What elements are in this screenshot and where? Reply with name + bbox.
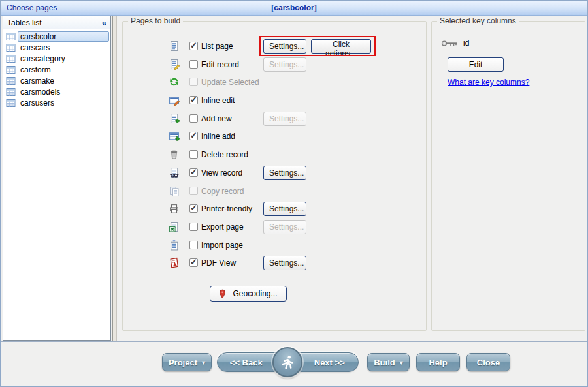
build-label: Build: [374, 358, 395, 367]
project-menu-button[interactable]: Project ▾: [162, 353, 212, 371]
tables-list-header: Tables list «: [3, 16, 110, 29]
table-name: carsbcolor: [18, 31, 109, 42]
page-row-update-selected: Update Selected: [123, 73, 426, 91]
choose-pages-dialog: Choose pages [carsbcolor] Tables list « …: [0, 0, 588, 387]
page-label: Printer-friendly: [201, 204, 252, 213]
delete-record-icon: [169, 149, 180, 160]
import-page-checkbox[interactable]: [189, 241, 198, 249]
sidebar-item-carsusers[interactable]: carsusers: [3, 97, 110, 108]
edit-key-columns-button[interactable]: Edit: [448, 57, 504, 72]
page-row-printer-friendly: Printer-friendlySettings...: [123, 200, 426, 218]
sidebar-item-carscategory[interactable]: carscategory: [3, 53, 110, 64]
page-label: List page: [201, 42, 233, 51]
page-row-add-new: Add newSettings...: [123, 110, 426, 128]
page-label: View record: [201, 168, 242, 178]
table-icon: [6, 77, 16, 85]
sidebar-item-carsform[interactable]: carsform: [3, 64, 110, 75]
list-page-checkbox[interactable]: [189, 42, 198, 50]
page-label: Delete record: [201, 150, 248, 159]
view-record-checkbox[interactable]: [189, 168, 198, 177]
table-icon: [6, 55, 16, 63]
page-row-edit-record: Edit recordSettings...: [123, 55, 426, 74]
click-actions--button[interactable]: Click actions...: [311, 39, 371, 54]
settings--button[interactable]: Settings...: [263, 256, 306, 270]
table-title: [carsbcolor]: [1, 3, 587, 12]
sidebar-item-carsbcolor[interactable]: carsbcolor: [3, 31, 110, 42]
tables-list-label: Tables list: [7, 18, 102, 27]
key-columns-group-label: Selected key columns: [437, 16, 519, 25]
table-icon: [6, 88, 16, 96]
export-page-checkbox[interactable]: [189, 223, 198, 231]
key-icon: [441, 39, 458, 48]
page-rows: List pageSettings...Click actions...Edit…: [123, 37, 426, 272]
page-row-list-page: List pageSettings...Click actions...: [123, 37, 426, 55]
inline-edit-checkbox[interactable]: [189, 96, 198, 104]
geocoding-label: Geocoding...: [233, 289, 277, 298]
page-row-inline-edit: Inline edit: [123, 91, 426, 110]
page-row-import-page: Import page: [123, 236, 426, 255]
page-label: Import page: [201, 241, 243, 250]
sidebar-item-carsmodels[interactable]: carsmodels: [3, 86, 110, 97]
table-name: carsmake: [18, 76, 109, 86]
collapse-sidebar-icon[interactable]: «: [102, 18, 106, 27]
delete-record-checkbox[interactable]: [189, 150, 198, 159]
build-menu-button[interactable]: Build ▾: [367, 353, 410, 371]
page-label: Add new: [201, 114, 232, 123]
edit-record-icon: [169, 59, 180, 70]
geocoding-button[interactable]: Geocoding...: [210, 286, 287, 302]
page-label: Edit record: [201, 60, 239, 69]
settings--button[interactable]: Settings...: [263, 166, 306, 180]
settings--button: Settings...: [263, 112, 306, 126]
key-columns-help-link[interactable]: What are key columns?: [448, 78, 529, 87]
key-columns-group: Selected key columns id Edit What are ke…: [431, 21, 585, 331]
printer-friendly-icon: [169, 203, 180, 214]
table-icon: [6, 99, 16, 107]
page-label: Inline edit: [201, 96, 235, 105]
caret-down-icon: ▾: [400, 359, 403, 366]
page-label: Copy record: [201, 187, 244, 196]
copy-record-checkbox: [189, 187, 198, 195]
add-new-checkbox[interactable]: [189, 114, 198, 123]
inline-add-icon: [169, 131, 180, 142]
edit-record-checkbox[interactable]: [189, 60, 198, 69]
page-row-copy-record: Copy record: [123, 182, 426, 200]
sidebar-item-carsmake[interactable]: carsmake: [3, 75, 110, 86]
key-column-row: id: [441, 39, 469, 48]
table-name: carsform: [18, 65, 109, 75]
key-column-name: id: [463, 39, 469, 48]
page-label: Export page: [201, 223, 244, 232]
import-page-icon: [169, 240, 180, 251]
pages-to-build-label: Pages to build: [128, 16, 183, 25]
update-selected-checkbox: [189, 78, 198, 86]
table-name: carsmodels: [18, 87, 109, 97]
panel-splitter[interactable]: [112, 16, 117, 341]
table-icon: [6, 33, 16, 40]
page-row-export-page: Export pageSettings...: [123, 218, 426, 236]
settings--button[interactable]: Settings...: [263, 202, 306, 216]
page-label: PDF View: [201, 258, 236, 268]
help-button[interactable]: Help: [416, 353, 460, 371]
update-selected-icon: [169, 76, 180, 87]
wizard-footer: Project ▾ << Back Next >> Build ▾ Help C: [1, 341, 587, 386]
close-button[interactable]: Close: [466, 353, 510, 371]
table-icon: [6, 44, 16, 52]
settings--button[interactable]: Settings...: [263, 39, 306, 54]
page-row-delete-record: Delete record: [123, 146, 426, 164]
page-label: Inline add: [201, 132, 235, 141]
pages-to-build-group: Pages to build List pageSettings...Click…: [122, 21, 427, 331]
project-label: Project: [169, 358, 197, 367]
sidebar-item-carscars[interactable]: carscars: [3, 42, 110, 53]
pdf-view-checkbox[interactable]: [189, 258, 198, 267]
table-name: carsusers: [18, 98, 109, 108]
inline-add-checkbox[interactable]: [189, 132, 198, 140]
run-wizard-button[interactable]: [272, 347, 302, 377]
title-bar: Choose pages [carsbcolor]: [1, 1, 587, 16]
add-new-icon: [169, 113, 180, 124]
copy-record-icon: [169, 185, 180, 196]
printer-friendly-checkbox[interactable]: [189, 204, 198, 213]
page-row-pdf-view: PDF ViewSettings...: [123, 254, 426, 272]
caret-down-icon: ▾: [202, 359, 205, 366]
page-row-inline-add: Inline add: [123, 127, 426, 146]
settings--button: Settings...: [263, 220, 306, 234]
tables-list: carsbcolorcarscarscarscategorycarsformca…: [3, 29, 110, 340]
